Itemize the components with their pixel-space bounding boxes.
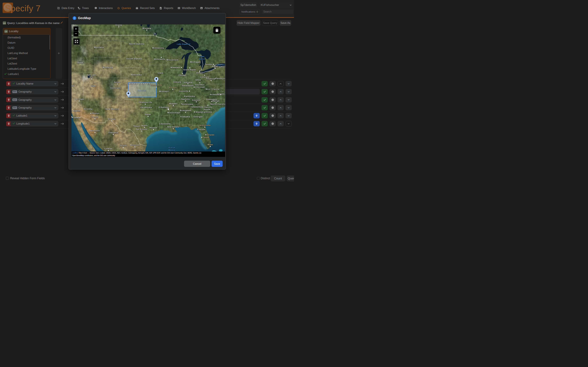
svg-text:Iowa: Iowa — [158, 72, 163, 74]
svg-text:Kentucky: Kentucky — [184, 95, 195, 98]
svg-text:South Dakota: South Dakota — [126, 58, 142, 60]
svg-text:Grand Rapids: Grand Rapids — [184, 69, 196, 71]
svg-text:Torreon: Torreon — [119, 144, 127, 146]
svg-text:Austin: Austin — [142, 125, 148, 126]
svg-text:Pittsburgh: Pittsburgh — [206, 78, 216, 80]
svg-text:Tijuana: Tijuana — [73, 117, 80, 118]
svg-text:Lake-Ontar: Lake-Ontar — [217, 64, 225, 66]
svg-text:Ohio: Ohio — [195, 79, 201, 81]
svg-text:Birmingham: Birmingham — [180, 109, 191, 111]
svg-text:Phoenix: Phoenix — [92, 112, 100, 114]
svg-text:Orlando: Orlando — [207, 134, 214, 136]
svg-text:New Mexico: New Mexico — [106, 108, 119, 110]
svg-text:Nebraska: Nebraska — [131, 74, 142, 76]
svg-text:Tennessee: Tennessee — [181, 103, 193, 105]
svg-text:UNITED STATES: UNITED STATES — [126, 83, 151, 85]
svg-text:Wisconsin: Wisconsin — [167, 59, 178, 61]
svg-text:North Carolina: North Carolina — [210, 103, 225, 105]
svg-text:Houston: Houston — [150, 127, 157, 129]
svg-text:Oklahoma: Oklahoma — [141, 106, 152, 108]
svg-text:Kansas: Kansas — [138, 90, 146, 92]
svg-text:Hermosillo: Hermosillo — [90, 130, 100, 132]
svg-text:Greenville: Greenville — [191, 106, 201, 108]
svg-text:Minnesota: Minnesota — [152, 47, 164, 49]
svg-text:Knoxville: Knoxville — [192, 99, 201, 101]
svg-text:San Antonio: San Antonio — [136, 128, 148, 130]
svg-text:Mexico: Mexico — [168, 149, 175, 151]
svg-text:South: South — [204, 108, 210, 111]
svg-text:Louisiana: Louisiana — [159, 123, 170, 125]
svg-text:Richmond: Richmond — [210, 93, 219, 95]
svg-text:Regina: Regina — [116, 25, 122, 26]
svg-text:Indiana: Indiana — [184, 81, 193, 83]
svg-text:Illinois: Illinois — [173, 81, 181, 83]
svg-text:Wyoming: Wyoming — [102, 66, 113, 68]
svg-text:Columbus: Columbus — [195, 84, 204, 86]
svg-text:Colorado: Colorado — [110, 87, 121, 89]
svg-text:St Louis: St Louis — [169, 86, 176, 89]
svg-text:Gulf of: Gulf of — [168, 147, 175, 149]
svg-text:Cincinnati: Cincinnati — [195, 86, 205, 88]
svg-text:Huron: Huron — [199, 58, 205, 60]
svg-text:Monterrey: Monterrey — [130, 144, 140, 146]
svg-text:El Paso: El Paso — [108, 118, 115, 120]
svg-text:Alabama: Alabama — [180, 116, 190, 118]
svg-text:Georgia: Georgia — [193, 116, 203, 118]
svg-text:Nashville: Nashville — [181, 98, 190, 100]
svg-text:Culiacan: Culiacan — [104, 148, 112, 150]
svg-text:Chihuahua: Chihuahua — [108, 132, 118, 133]
svg-text:Arkansas: Arkansas — [159, 106, 169, 108]
svg-text:Chicago: Chicago — [178, 74, 186, 76]
svg-text:Florida: Florida — [197, 128, 205, 131]
svg-text:Lake: Lake — [200, 56, 204, 58]
svg-text:Los Angeles: Los Angeles — [72, 110, 80, 112]
svg-text:City: City — [90, 76, 93, 78]
svg-text:Pennsylvania: Pennsylvania — [215, 77, 225, 80]
svg-text:Miami: Miami — [208, 144, 213, 146]
svg-text:Salt Lake: Salt Lake — [87, 74, 96, 76]
svg-text:Jacksonville: Jacksonville — [199, 124, 210, 126]
svg-text:Denver: Denver — [114, 81, 121, 83]
svg-text:Lake Superior: Lake Superior — [177, 43, 190, 45]
svg-text:Tucson: Tucson — [92, 116, 98, 118]
svg-text:New Orleans: New Orleans — [168, 126, 179, 128]
svg-text:Detroit: Detroit — [196, 72, 203, 74]
svg-text:Carolina: Carolina — [202, 111, 212, 113]
svg-text:Nevada: Nevada — [72, 85, 74, 87]
svg-text:Montana: Montana — [94, 46, 104, 49]
svg-text:Toronto: Toronto — [205, 63, 212, 65]
svg-text:Indianapolis: Indianapolis — [182, 84, 194, 86]
svg-text:Missouri: Missouri — [159, 90, 169, 92]
svg-text:West Virginia: West Virginia — [206, 88, 219, 90]
svg-text:Arizona: Arizona — [84, 108, 92, 110]
svg-text:Milwaukee: Milwaukee — [170, 67, 180, 68]
svg-text:North Dakota: North Dakota — [129, 43, 144, 45]
svg-text:Charlotte: Charlotte — [203, 106, 212, 108]
svg-text:Las Vegas: Las Vegas — [75, 98, 84, 100]
svg-text:Kansas City: Kansas City — [151, 84, 162, 86]
svg-text:Oklahoma City: Oklahoma City — [139, 101, 152, 103]
svg-text:Atlanta: Atlanta — [196, 111, 202, 113]
svg-text:Winnipeg: Winnipeg — [143, 27, 151, 29]
svg-text:Louisville: Louisville — [179, 90, 188, 92]
svg-text:Memphis: Memphis — [169, 103, 177, 105]
svg-text:Raleigh: Raleigh — [213, 100, 220, 102]
svg-text:Utah: Utah — [91, 85, 96, 87]
svg-text:Minneapolis: Minneapolis — [154, 58, 165, 60]
svg-text:Dallas: Dallas — [145, 113, 151, 116]
svg-text:Tampa: Tampa — [203, 136, 209, 138]
svg-text:Michigan: Michigan — [190, 61, 201, 63]
svg-text:Rochester: Rochester — [221, 66, 225, 68]
svg-text:Texas: Texas — [133, 125, 140, 127]
svg-text:Idaho: Idaho — [77, 62, 83, 64]
svg-text:Mississippi: Mississippi — [168, 111, 181, 114]
